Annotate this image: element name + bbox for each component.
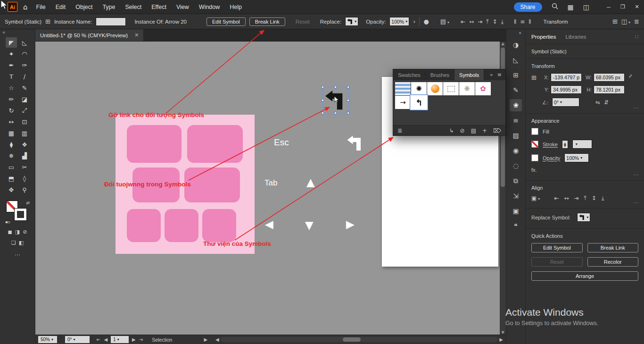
default-fill-stroke-icon[interactable]: ▪▫ [5, 220, 10, 224]
transform-link[interactable]: Transform [544, 19, 568, 25]
panel-dock-icon[interactable]: ◫ [621, 18, 630, 25]
align-center-vertical-icon[interactable]: ↕ [493, 18, 497, 25]
break-link-button[interactable]: Break Link [249, 17, 285, 26]
stroke-weight-stepper[interactable]: ▲▼ [562, 140, 568, 149]
symbol-thumb-splatter[interactable]: ✺ [411, 82, 427, 95]
first-artboard-icon[interactable]: ⇤ [97, 337, 100, 342]
3d-panel-icon[interactable]: ◉ [510, 144, 522, 157]
align-right-icon[interactable]: ⇥ [574, 195, 578, 201]
stroke-panel-icon[interactable]: ≡ [510, 114, 522, 126]
symbol-options-icon[interactable]: ▤ [471, 127, 476, 134]
hand-tool[interactable]: ✥ [6, 185, 17, 195]
normal-screen-icon[interactable]: ❏ [11, 240, 16, 246]
replace-symbol-dropdown[interactable] [577, 213, 590, 222]
asset-export-panel-icon[interactable]: ⇲ [510, 190, 522, 202]
rotate-tool[interactable]: ↻ [6, 105, 17, 116]
menu-item[interactable]: Help [230, 4, 242, 10]
scale-tool[interactable]: ⤢ [19, 105, 30, 116]
stroke-swatch[interactable] [531, 141, 538, 148]
tab-swatches[interactable]: Swatches [393, 69, 426, 80]
none-mode-icon[interactable]: ⊘ [23, 229, 27, 235]
distribute-horizontal-icon[interactable]: ⦀ [514, 18, 516, 25]
scroll-left-icon[interactable]: ◀ [215, 337, 219, 342]
controlbar-menu-icon[interactable]: ≣ [634, 18, 639, 25]
align-center-vertical-icon[interactable]: ↕ [592, 195, 596, 201]
mesh-tool[interactable]: ▦ [6, 128, 17, 138]
symbol-thumb-stripes[interactable] [395, 82, 411, 95]
flip-horizontal-icon[interactable]: ⇋ [595, 99, 600, 106]
scroll-right-icon[interactable]: ▶ [499, 337, 503, 342]
layers-panel-icon[interactable]: ⧉ [510, 175, 522, 187]
opacity-swatch[interactable] [531, 154, 538, 161]
rotation-select[interactable]: 0° [552, 98, 579, 107]
menu-item[interactable]: Type [102, 4, 115, 10]
magic-wand-tool[interactable]: ✦ [6, 49, 17, 59]
more-options-icon[interactable]: ⋯ [634, 105, 639, 111]
tab-symbols[interactable]: Symbols [454, 69, 484, 80]
width-tool[interactable]: ↔ [6, 117, 17, 127]
symbol-sprayer-tool[interactable]: ✵ [6, 151, 17, 161]
libraries-panel-icon[interactable]: ⊞ [510, 69, 522, 81]
gradient-mode-icon[interactable]: ◨ [15, 229, 20, 235]
selection-handle[interactable] [347, 86, 349, 88]
selection-handle[interactable] [322, 99, 324, 101]
symbol-thumb-arrow-20[interactable]: ↰ [411, 96, 427, 109]
workspace-icon[interactable]: ⊞ [612, 18, 618, 25]
pen-tool[interactable]: ✒ [6, 60, 17, 70]
selection-handle[interactable] [322, 112, 324, 114]
selection-handle[interactable] [322, 86, 324, 88]
selected-symbol-instance[interactable] [322, 87, 349, 114]
toolbar-collapse-icon[interactable]: « [0, 29, 35, 35]
zoom-tool[interactable]: ⚲ [19, 185, 30, 195]
instance-name-input[interactable] [96, 17, 126, 26]
recolor-artwork-icon[interactable]: ● [423, 18, 429, 25]
recolor-button[interactable]: Recolor [587, 257, 639, 267]
menu-item[interactable]: Select [125, 4, 141, 10]
selection-handle[interactable] [334, 112, 337, 114]
opacity-dropdown[interactable]: 100% [389, 17, 409, 26]
brushes-panel-icon[interactable]: ✎ [510, 84, 522, 96]
document-setup-icon[interactable]: ▤ [440, 18, 449, 25]
align-to-dropdown[interactable]: ▣ [531, 195, 540, 201]
symbol-thumb-flower-outline[interactable]: ❋ [459, 82, 475, 95]
stroke-weight-select[interactable] [572, 140, 592, 149]
color-panel-icon[interactable]: ◑ [510, 39, 522, 51]
paintbrush-tool[interactable]: ✎ [19, 83, 30, 93]
symbol-thumb-arrow-right[interactable]: → [395, 96, 411, 109]
scroll-down-icon[interactable]: ▼ [501, 330, 504, 335]
menu-item[interactable]: Edit [56, 4, 66, 10]
align-bottom-icon[interactable]: ⤓ [501, 18, 504, 25]
tab-close-icon[interactable]: ✕ [134, 32, 139, 38]
more-options-icon[interactable]: ⋯ [634, 172, 639, 178]
eraser-tool[interactable]: ◪ [19, 94, 30, 104]
menu-item[interactable]: File [36, 4, 46, 10]
perspective-grid-tool[interactable]: ◊ [19, 173, 30, 184]
selection-tool[interactable]: ◤ [6, 37, 17, 48]
eyedropper-tool[interactable]: ⧫ [6, 139, 17, 150]
tab-properties[interactable]: Properties [531, 34, 556, 40]
fill-swatch[interactable] [531, 128, 538, 135]
align-left-icon[interactable]: ⇤ [554, 195, 559, 201]
reference-point-icon[interactable]: ⊞ [45, 18, 50, 25]
artboard-number-select[interactable]: 1 [111, 336, 129, 343]
selection-handle[interactable] [347, 99, 349, 101]
distribute-center-icon[interactable]: ≡ [520, 18, 525, 25]
align-top-icon[interactable]: ⤒ [584, 195, 586, 201]
star-tool[interactable]: ☆ [6, 83, 17, 93]
last-artboard-icon[interactable]: ⇥ [139, 337, 143, 342]
tab-brushes[interactable]: Brushes [426, 69, 454, 80]
x-input[interactable] [551, 73, 582, 82]
align-center-horizontal-icon[interactable]: ↔ [469, 18, 474, 25]
selection-handle[interactable] [347, 112, 349, 114]
free-transform-tool[interactable]: ⊡ [19, 117, 30, 127]
edit-symbol-button[interactable]: Edit Symbol [206, 17, 246, 26]
more-options-icon[interactable]: ⋯ [634, 200, 639, 206]
replace-symbol-dropdown[interactable] [345, 17, 358, 26]
w-input[interactable] [594, 73, 625, 82]
horizontal-scrollbar[interactable]: ◀ ▶ [215, 337, 503, 342]
symbol-thumb-orb[interactable] [427, 82, 443, 95]
link-dimensions-icon[interactable]: ∿ [627, 74, 634, 81]
gradient-panel-icon[interactable]: ▨ [510, 129, 522, 142]
break-link-button[interactable]: Break Link [587, 243, 639, 252]
stroke-color-swatch[interactable] [15, 209, 26, 220]
